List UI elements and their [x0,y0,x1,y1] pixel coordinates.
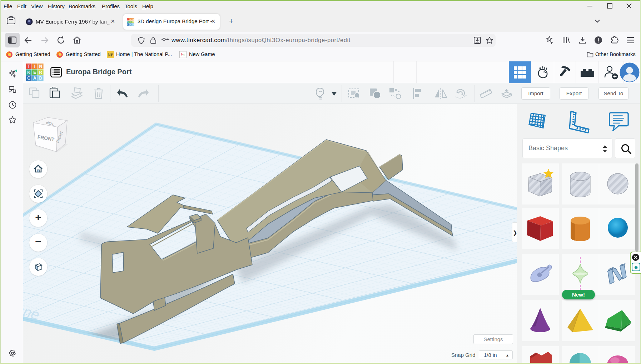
svg-text:N: N [39,64,43,69]
svg-text:K: K [27,70,30,75]
svg-text:A: A [33,76,36,81]
svg-text:D: D [39,76,43,81]
svg-text:I: I [34,64,35,69]
svg-text:NP: NP [108,52,113,57]
svg-text:R: R [39,70,43,75]
svg-text:e: e [634,264,637,271]
svg-text:T: T [28,64,30,69]
svg-text:A: A [130,24,131,26]
svg-text:K: K [127,21,129,23]
svg-text:C: C [127,24,129,26]
svg-text:D: D [133,24,134,26]
svg-text:T: T [128,18,129,20]
svg-text:R: R [133,21,134,23]
svg-text:N: N [133,18,134,20]
svg-text:E: E [33,70,36,75]
svg-text:C: C [27,76,30,81]
